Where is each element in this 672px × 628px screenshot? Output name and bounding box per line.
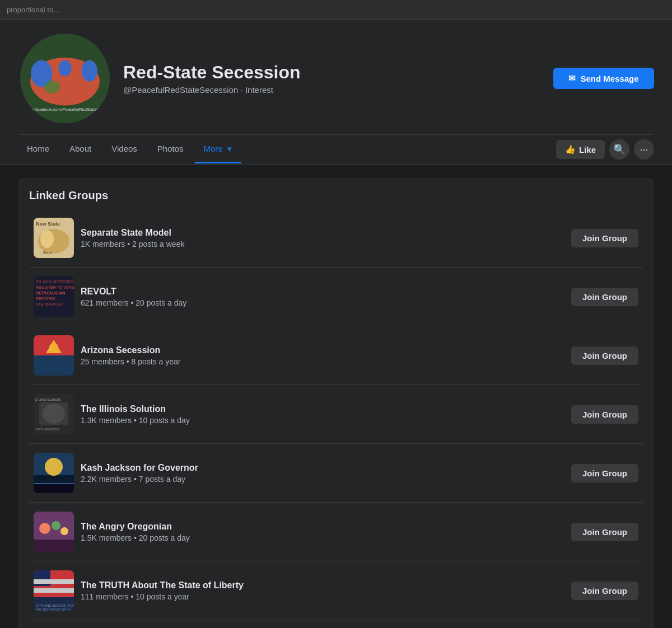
group-list: New State State Separate State Model1K m…: [29, 211, 643, 628]
tab-more[interactable]: More ▾: [195, 136, 241, 163]
divider: [29, 502, 643, 503]
join-group-button[interactable]: Join Group: [571, 582, 638, 600]
section-title: Linked Groups: [29, 189, 643, 202]
page-avatar: www.facebook.com/PeacefulRedStateSe...: [18, 31, 112, 125]
like-button[interactable]: 👍 Like: [556, 140, 605, 159]
search-icon: 🔍: [613, 143, 626, 156]
svg-rect-37: [34, 540, 74, 552]
group-thumbnail: [34, 335, 74, 376]
svg-point-35: [52, 521, 60, 530]
join-group-button[interactable]: Join Group: [571, 288, 638, 306]
svg-point-10: [40, 230, 54, 248]
divider: [29, 385, 643, 385]
group-item: Arizona Secession25 members • 8 posts a …: [29, 329, 643, 382]
svg-text:New State: New State: [36, 221, 60, 227]
group-thumbnail: CITY AND JUSTICE, FOR AND THE PURSUIT OF…: [34, 570, 74, 611]
svg-point-36: [60, 527, 68, 535]
group-thumbnail: TO JOIN SECESSION REGISTER TO VOTE REPUB…: [34, 276, 74, 317]
browser-url: proportional to...: [7, 6, 59, 14]
group-stats: 621 members • 20 posts a day: [81, 298, 564, 307]
join-group-button[interactable]: Join Group: [571, 405, 638, 424]
group-details: The TRUTH About The State of Liberty111 …: [81, 580, 564, 601]
svg-rect-41: [34, 579, 74, 584]
group-thumbnail: Q-LINO ILLINOIS RATLARATION: [34, 394, 74, 434]
svg-text:REGISTER TO VOTE: REGISTER TO VOTE: [36, 285, 74, 289]
svg-text:State: State: [43, 251, 52, 255]
divider: [29, 561, 643, 561]
group-stats: 111 members • 10 posts a year: [81, 592, 564, 601]
group-item: New State State Separate State Model1K m…: [29, 211, 643, 265]
group-stats: 1.5K members • 20 posts a day: [81, 533, 564, 542]
group-item: CITY AND JUSTICE, FOR AND THE PURSUIT OF…: [29, 564, 643, 617]
svg-point-22: [49, 343, 58, 352]
search-button[interactable]: 🔍: [609, 139, 629, 160]
svg-text:TO JOIN SECESSION: TO JOIN SECESSION: [36, 280, 74, 284]
divider: [29, 620, 643, 620]
group-name: Arizona Secession: [81, 345, 564, 355]
group-thumbnail: [34, 512, 74, 552]
group-item: Kash Jackson for Governor2.2K members • …: [29, 446, 643, 500]
group-name: Kash Jackson for Governor: [81, 463, 564, 473]
tab-videos[interactable]: Videos: [102, 136, 146, 163]
message-icon: ✉: [568, 73, 576, 83]
group-name: Separate State Model: [81, 228, 564, 238]
join-group-button[interactable]: Join Group: [571, 346, 638, 365]
svg-point-3: [82, 60, 98, 82]
group-item: Remnants of the Confederacy2.6K members …: [29, 622, 643, 628]
group-item: Q-LINO ILLINOIS RATLARATION The Illinois…: [29, 387, 643, 441]
group-stats: 25 members • 8 posts a year: [81, 357, 564, 366]
group-item: The Angry Oregonian1.5K members • 20 pos…: [29, 505, 643, 559]
svg-point-34: [39, 523, 50, 534]
chevron-down-icon: ▾: [227, 144, 232, 153]
svg-point-30: [45, 458, 63, 476]
browser-bar: proportional to...: [0, 0, 672, 20]
divider: [29, 443, 643, 444]
page-header: www.facebook.com/PeacefulRedStateSe... R…: [0, 20, 672, 165]
join-group-button[interactable]: Join Group: [571, 464, 638, 482]
join-group-button[interactable]: Join Group: [571, 523, 638, 541]
divider: [29, 326, 643, 326]
svg-rect-31: [34, 484, 74, 493]
join-group-button[interactable]: Join Group: [571, 229, 638, 247]
svg-point-4: [59, 60, 72, 77]
tab-home[interactable]: Home: [18, 136, 58, 163]
group-name: The Angry Oregonian: [81, 522, 564, 532]
page-info: Red-State Secession @PeacefulRedStateSec…: [123, 62, 542, 95]
group-name: The TRUTH About The State of Liberty: [81, 580, 564, 590]
group-details: The Illinois Solution1.3K members • 10 p…: [81, 404, 564, 425]
group-stats: 1.3K members • 10 posts a day: [81, 416, 564, 425]
page-meta: @PeacefulRedStateSecession · Interest: [123, 85, 542, 95]
linked-groups-section: Linked Groups New State State Separate S…: [18, 178, 654, 628]
svg-point-26: [43, 404, 65, 424]
svg-text:VTE THEM OU: VTE THEM OU: [36, 302, 63, 306]
svg-text:RATLARATION: RATLARATION: [36, 428, 59, 431]
group-details: The Angry Oregonian1.5K members • 20 pos…: [81, 522, 564, 542]
svg-text:Q-LINO ILLINOIS: Q-LINO ILLINOIS: [35, 398, 61, 401]
svg-rect-20: [34, 355, 74, 376]
group-details: REVOLT621 members • 20 posts a day: [81, 287, 564, 307]
group-thumbnail: [34, 453, 74, 493]
tab-photos[interactable]: Photos: [148, 136, 193, 163]
svg-point-5: [44, 81, 60, 93]
group-stats: 2.2K members • 7 posts a day: [81, 475, 564, 484]
divider: [29, 267, 643, 268]
group-details: Separate State Model1K members • 2 posts…: [81, 228, 564, 249]
svg-text:AND THE PURSUIT OF HA: AND THE PURSUIT OF HA: [36, 608, 71, 611]
group-name: The Illinois Solution: [81, 404, 564, 414]
like-icon: 👍: [565, 144, 576, 154]
more-options-button[interactable]: ···: [634, 139, 654, 160]
group-item: TO JOIN SECESSION REGISTER TO VOTE REPUB…: [29, 270, 643, 324]
group-details: Arizona Secession25 members • 8 posts a …: [81, 345, 564, 366]
tab-about[interactable]: About: [60, 136, 100, 163]
group-name: REVOLT: [81, 287, 564, 297]
svg-text:REFORM: REFORM: [36, 296, 55, 301]
nav-actions: 👍 Like 🔍 ···: [556, 135, 654, 164]
group-details: Kash Jackson for Governor2.2K members • …: [81, 463, 564, 484]
group-thumbnail: New State State: [34, 218, 74, 258]
page-navigation: Home About Videos Photos More ▾ 👍 Like 🔍…: [18, 134, 654, 164]
page-title: Red-State Secession: [123, 62, 542, 83]
svg-text:CITY AND JUSTICE, FOR: CITY AND JUSTICE, FOR: [36, 604, 74, 607]
send-message-button[interactable]: ✉ Send Message: [553, 68, 654, 89]
svg-text:www.facebook.com/PeacefulRedSt: www.facebook.com/PeacefulRedStateSe...: [24, 107, 106, 112]
svg-rect-42: [34, 588, 74, 593]
